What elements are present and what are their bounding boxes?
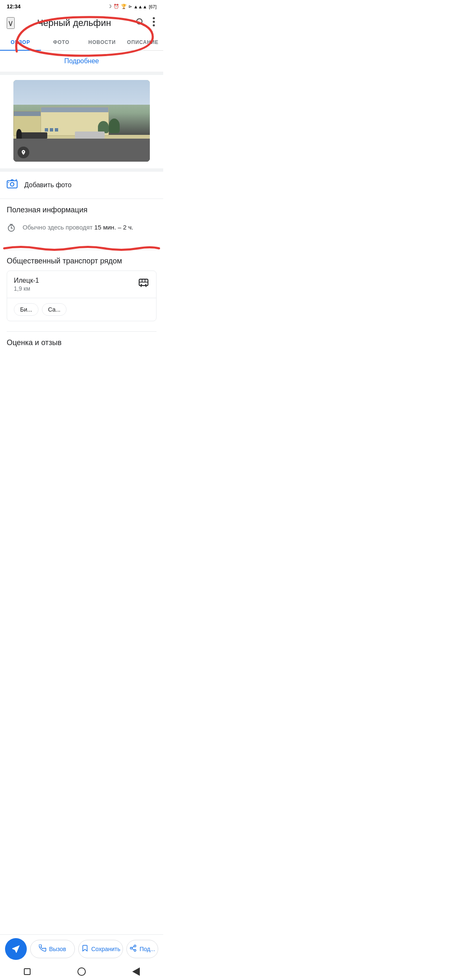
more-link[interactable]: Подробнее	[64, 57, 99, 64]
rating-section: Оценка и отзыв	[0, 332, 163, 351]
time-info-row: Обычно здесь проводят 15 мин. – 2 ч.	[7, 219, 157, 238]
trophy-icon: 🏆	[121, 4, 127, 9]
back-button[interactable]: ∨	[7, 17, 15, 29]
street-view-icon	[18, 147, 29, 158]
svg-point-0	[137, 19, 142, 24]
transport-distance: 1,9 км	[14, 285, 39, 292]
annotation-line-container	[0, 245, 163, 250]
svg-rect-19	[145, 284, 147, 285]
transport-card-header: Илецк-1 1,9 км	[7, 271, 156, 298]
street-view-image	[13, 80, 150, 162]
add-photo-row[interactable]: + Добавить фото	[0, 172, 163, 199]
svg-point-2	[153, 17, 155, 19]
signal-icon: ▲▲▲	[134, 4, 147, 9]
route-chip-0[interactable]: Би...	[14, 303, 39, 316]
timer-icon	[7, 223, 16, 235]
alarm-icon: ⏰	[113, 4, 119, 9]
tab-description[interactable]: ОПИСАНИЕ	[123, 34, 164, 50]
useful-info-title: Полезная информация	[7, 206, 157, 214]
status-time: 12:34	[7, 3, 21, 10]
transport-routes: Би... Са...	[7, 298, 156, 321]
add-photo-icon: +	[7, 178, 18, 192]
transport-card-0: Илецк-1 1,9 км	[7, 271, 157, 321]
transport-title: Общественный транспорт рядом	[7, 257, 157, 266]
sv-road	[13, 137, 150, 162]
transport-name: Илецк-1	[14, 277, 39, 284]
sv-sky	[13, 80, 150, 105]
time-info-text: Обычно здесь проводят 15 мин. – 2 ч.	[23, 223, 133, 232]
sv-car2	[75, 132, 105, 139]
sv-car1	[20, 132, 47, 139]
street-view-container	[0, 75, 163, 162]
tab-photo[interactable]: ФОТО	[41, 34, 82, 50]
sv-person	[16, 129, 22, 139]
more-link-section: Подробнее	[0, 51, 163, 75]
tab-news[interactable]: НОВОСТИ	[82, 34, 123, 50]
rating-title: Оценка и отзыв	[7, 338, 157, 347]
transport-section: Общественный транспорт рядом Илецк-1 1,9…	[0, 250, 163, 331]
svg-point-4	[153, 24, 155, 26]
svg-point-3	[153, 21, 155, 23]
search-button[interactable]	[134, 15, 146, 30]
svg-text:+: +	[15, 178, 18, 182]
status-icons: ☽ ⏰ 🏆 ⊳ ▲▲▲ [67]	[108, 4, 157, 9]
more-button[interactable]	[151, 15, 157, 30]
useful-info-section: Полезная информация Обычно здесь проводя…	[0, 199, 163, 245]
top-bar: ∨ Чёрный дельфин	[0, 11, 163, 34]
location-icon: ⊳	[128, 4, 132, 9]
annotation-wavy-line	[0, 245, 163, 252]
tabs: ОБЗОР ФОТО НОВОСТИ ОПИСАНИЕ	[0, 34, 163, 51]
street-view[interactable]	[13, 80, 150, 162]
add-photo-text: Добавить фото	[24, 181, 72, 189]
sv-tree2	[109, 119, 120, 133]
content: Подробнее	[0, 51, 163, 392]
svg-point-6	[10, 183, 14, 186]
tab-overview[interactable]: ОБЗОР	[0, 34, 41, 50]
svg-rect-18	[141, 284, 142, 285]
battery-icon: [67]	[149, 4, 157, 9]
transport-name-block: Илецк-1 1,9 км	[14, 277, 39, 292]
moon-icon: ☽	[108, 4, 112, 9]
bus-icon	[138, 277, 149, 291]
divider-1	[0, 168, 163, 172]
status-bar: 12:34 ☽ ⏰ 🏆 ⊳ ▲▲▲ [67]	[0, 0, 163, 11]
svg-line-1	[141, 23, 144, 26]
bottom-spacer	[0, 351, 163, 392]
route-chip-1[interactable]: Са...	[42, 303, 67, 316]
place-title: Чёрный дельфин	[20, 18, 128, 28]
